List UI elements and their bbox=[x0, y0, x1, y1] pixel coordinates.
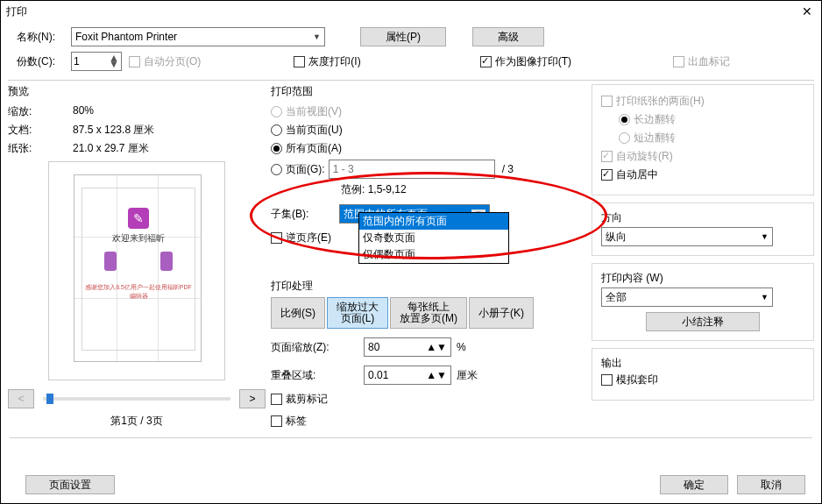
spin-up-icon[interactable]: ▲ bbox=[426, 369, 436, 381]
thumb-title: 欢迎来到福昕 bbox=[82, 232, 195, 245]
overlap-spinner[interactable]: 0.01 ▲▼ bbox=[364, 366, 451, 385]
subset-option-all[interactable]: 范围内的所有页面 bbox=[359, 213, 508, 230]
current-page-radio[interactable]: 当前页面(U) bbox=[271, 123, 343, 138]
advanced-button[interactable]: 高级 bbox=[472, 27, 544, 46]
zoom-value: 80% bbox=[73, 104, 94, 119]
paper-label: 纸张: bbox=[8, 141, 73, 156]
chevron-down-icon: ▼ bbox=[761, 293, 769, 302]
orientation-select[interactable]: 纵向▼ bbox=[601, 227, 773, 246]
subset-option-even[interactable]: 仅偶数页面 bbox=[359, 246, 508, 263]
collate-checkbox: 自动分页(O) bbox=[129, 54, 201, 69]
scale-mode-button[interactable]: 比例(S) bbox=[271, 297, 325, 329]
doc-label: 文档: bbox=[8, 123, 73, 138]
short-edge-radio: 短边翻转 bbox=[619, 131, 676, 146]
range-header: 打印范围 bbox=[271, 84, 586, 99]
copies-spinner[interactable]: 1 ▲▼ bbox=[71, 52, 122, 71]
page-scale-label: 页面缩放(Z): bbox=[271, 340, 358, 355]
dialog-title: 打印 bbox=[6, 4, 798, 19]
pages-input[interactable] bbox=[329, 160, 495, 179]
grayscale-checkbox[interactable]: 灰度打印(I) bbox=[294, 54, 360, 69]
duplex-checkbox: 打印纸张的两面(H) bbox=[601, 94, 705, 109]
content-label: 打印内容 (W) bbox=[601, 271, 804, 286]
spin-up-icon[interactable]: ▲ bbox=[426, 341, 436, 353]
cut-marks-checkbox[interactable]: 裁剪标记 bbox=[271, 392, 328, 407]
as-image-checkbox[interactable]: 作为图像打印(T) bbox=[480, 54, 571, 69]
chevron-down-icon: ▼ bbox=[761, 232, 769, 241]
bleed-checkbox: 出血标记 bbox=[673, 54, 730, 69]
auto-rotate-checkbox: 自动旋转(R) bbox=[601, 149, 673, 164]
prev-page-button[interactable]: < bbox=[8, 389, 34, 408]
pages-example-label: 范例: 1,5-9,12 bbox=[341, 182, 586, 197]
chevron-down-icon: ▼ bbox=[313, 32, 321, 41]
page-setup-button[interactable]: 页面设置 bbox=[25, 475, 115, 494]
pages-total: / 3 bbox=[502, 163, 514, 175]
close-button[interactable]: ✕ bbox=[798, 4, 816, 18]
overlap-unit: 厘米 bbox=[457, 368, 478, 383]
labels-checkbox[interactable]: 标签 bbox=[271, 414, 307, 429]
page-indicator: 第1页 / 3页 bbox=[8, 414, 266, 429]
thumb-footer: 感谢您加入8.5亿用户一起使用福昕PDF编辑器 bbox=[82, 283, 195, 301]
next-page-button[interactable]: > bbox=[239, 389, 266, 408]
output-label: 输出 bbox=[601, 356, 804, 371]
subset-dropdown[interactable]: 范围内的所有页面 仅奇数页面 仅偶数页面 bbox=[358, 212, 509, 264]
subset-option-odd[interactable]: 仅奇数页面 bbox=[359, 230, 508, 246]
name-label: 名称(N): bbox=[17, 30, 64, 45]
spin-down-icon[interactable]: ▼ bbox=[436, 341, 447, 353]
content-select[interactable]: 全部▼ bbox=[601, 287, 773, 307]
paper-value: 21.0 x 29.7 厘米 bbox=[73, 141, 149, 156]
current-view-radio: 当前视图(V) bbox=[271, 104, 342, 119]
booklet-mode-button[interactable]: 小册子(K) bbox=[469, 297, 534, 329]
page-scale-spinner[interactable]: 80 ▲▼ bbox=[364, 337, 451, 357]
printer-select-value: Foxit Phantom Printer bbox=[75, 31, 177, 43]
summary-comments-button[interactable]: 小结注释 bbox=[646, 312, 760, 331]
spin-down-icon[interactable]: ▼ bbox=[109, 61, 119, 67]
page-slider[interactable] bbox=[43, 397, 230, 401]
properties-button[interactable]: 属性(P) bbox=[360, 27, 446, 46]
simulate-overprint-checkbox[interactable]: 模拟套印 bbox=[601, 373, 658, 387]
handling-header: 打印处理 bbox=[271, 279, 586, 294]
page-scale-unit: % bbox=[457, 341, 466, 353]
thumb-logo-icon: ✎ bbox=[128, 208, 149, 229]
all-pages-radio[interactable]: 所有页面(A) bbox=[271, 141, 342, 156]
pages-radio[interactable]: 页面(G): bbox=[271, 162, 325, 177]
multi-mode-button[interactable]: 每张纸上放置多页(M) bbox=[390, 297, 467, 329]
copies-value: 1 bbox=[74, 55, 80, 67]
cancel-button[interactable]: 取消 bbox=[737, 475, 805, 494]
zoom-label: 缩放: bbox=[8, 104, 73, 119]
spin-down-icon[interactable]: ▼ bbox=[436, 369, 447, 381]
long-edge-radio: 长边翻转 bbox=[619, 112, 676, 127]
preview-canvas: ✎ 欢迎来到福昕 感谢您加入8.5亿用户一起使用福昕PDF编辑器 bbox=[48, 161, 225, 380]
orientation-label: 方向 bbox=[601, 210, 804, 225]
doc-value: 87.5 x 123.8 厘米 bbox=[73, 123, 154, 138]
printer-select[interactable]: Foxit Phantom Printer ▼ bbox=[71, 27, 325, 46]
overlap-label: 重叠区域: bbox=[271, 368, 358, 383]
fit-mode-button[interactable]: 缩放过大页面(L) bbox=[327, 297, 388, 329]
subset-label: 子集(B): bbox=[271, 207, 334, 222]
reverse-order-checkbox[interactable]: 逆页序(E) bbox=[271, 231, 331, 245]
copies-label: 份数(C): bbox=[17, 54, 64, 69]
preview-header: 预览 bbox=[8, 84, 266, 99]
auto-center-checkbox[interactable]: 自动居中 bbox=[601, 167, 658, 182]
ok-button[interactable]: 确定 bbox=[660, 475, 728, 494]
